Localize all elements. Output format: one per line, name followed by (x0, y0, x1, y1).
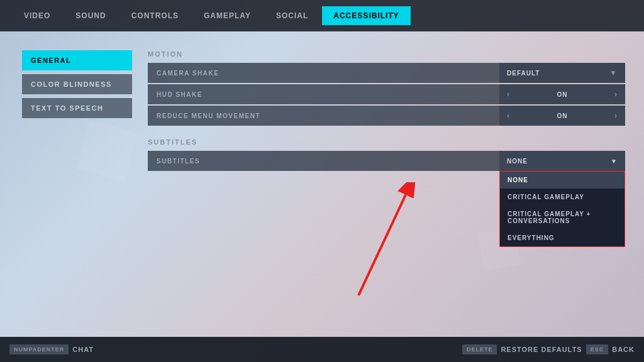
camera-shake-row: CAMERA SHAKE DEFAULT ▼ (148, 63, 625, 83)
restore-defaults-label[interactable]: RESTORE DEFAULTS (501, 346, 582, 353)
hud-shake-right-arrow[interactable]: › (614, 90, 618, 99)
nav-tab-gameplay[interactable]: GAMEPLAY (192, 6, 262, 25)
subtitles-container: SUBTITLES NONE ▼ NONE CRITICAL GAMEPLAY … (148, 151, 625, 171)
reduce-menu-left-arrow[interactable]: ‹ (507, 111, 510, 120)
back-label[interactable]: BACK (612, 346, 635, 353)
subtitles-dropdown[interactable]: NONE ▼ (499, 151, 625, 171)
sidebar-item-color-blindness[interactable]: COLOR BLINDNESS (22, 74, 132, 94)
nav-tab-sound[interactable]: SOUND (64, 6, 117, 25)
subtitles-option-none[interactable]: NONE (500, 172, 625, 189)
sidebar-item-general[interactable]: GENERAL (22, 50, 132, 70)
right-panel: MOTION CAMERA SHAKE DEFAULT ▼ HUD SHAKE … (142, 31, 644, 337)
reduce-menu-value: ON (557, 112, 568, 119)
main-content: GENERAL COLOR BLINDNESS TEXT TO SPEECH M… (0, 31, 644, 337)
subtitles-dropdown-menu: NONE CRITICAL GAMEPLAY CRITICAL GAMEPLAY… (499, 171, 625, 247)
bottom-left: NUMPADENTER CHAT (9, 344, 94, 354)
hud-shake-label: HUD SHAKE (148, 91, 499, 98)
camera-shake-control[interactable]: DEFAULT ▼ (499, 63, 625, 83)
sidebar-item-text-to-speech[interactable]: TEXT TO SPEECH (22, 98, 132, 118)
motion-section-title: MOTION (148, 50, 625, 58)
camera-shake-dropdown-arrow[interactable]: ▼ (609, 69, 618, 77)
delete-key-badge: DELETE (462, 344, 497, 354)
subtitles-selected-value: NONE (507, 158, 528, 165)
subtitles-option-critical-gameplay[interactable]: CRITICAL GAMEPLAY (500, 189, 625, 206)
subtitles-option-everything[interactable]: EVERYTHING (500, 229, 625, 246)
bottom-bar: NUMPADENTER CHAT DELETE RESTORE DEFAULTS… (0, 337, 644, 362)
reduce-menu-right-arrow[interactable]: › (614, 111, 618, 120)
subtitles-section-title: SUBTITLES (148, 138, 625, 146)
subtitles-dropdown-arrow[interactable]: ▼ (611, 158, 618, 165)
nav-tab-controls[interactable]: CONTROLS (120, 6, 190, 25)
motion-section: MOTION CAMERA SHAKE DEFAULT ▼ HUD SHAKE … (148, 50, 625, 126)
reduce-menu-movement-control: ‹ ON › (499, 106, 625, 126)
reduce-menu-movement-row: REDUCE MENU MOVEMENT ‹ ON › (148, 106, 625, 126)
subtitles-option-critical-gameplay-conversations[interactable]: CRITICAL GAMEPLAY + CONVERSATIONS (500, 206, 625, 229)
subtitles-row: SUBTITLES NONE ▼ (148, 151, 625, 171)
camera-shake-value: DEFAULT (507, 70, 540, 77)
hud-shake-left-arrow[interactable]: ‹ (507, 90, 510, 99)
subtitles-label: SUBTITLES (148, 158, 499, 165)
nav-bar: VIDEO SOUND CONTROLS GAMEPLAY SOCIAL ACC… (0, 0, 644, 31)
nav-tab-video[interactable]: VIDEO (13, 6, 62, 25)
subtitles-section: SUBTITLES SUBTITLES NONE ▼ NONE CRITICAL… (148, 138, 625, 171)
hud-shake-row: HUD SHAKE ‹ ON › (148, 84, 625, 104)
sidebar: GENERAL COLOR BLINDNESS TEXT TO SPEECH (0, 31, 142, 337)
chat-label: CHAT (72, 346, 94, 353)
reduce-menu-movement-label: REDUCE MENU MOVEMENT (148, 112, 499, 119)
camera-shake-label: CAMERA SHAKE (148, 70, 499, 77)
bottom-right: DELETE RESTORE DEFAULTS ESC BACK (462, 344, 635, 354)
nav-tab-social[interactable]: SOCIAL (265, 6, 319, 25)
nav-tab-accessibility[interactable]: ACCESSIBILITY (322, 6, 410, 25)
chat-key-badge: NUMPADENTER (9, 344, 69, 354)
hud-shake-control: ‹ ON › (499, 84, 625, 104)
esc-key-badge: ESC (586, 344, 609, 354)
hud-shake-value: ON (557, 91, 568, 98)
